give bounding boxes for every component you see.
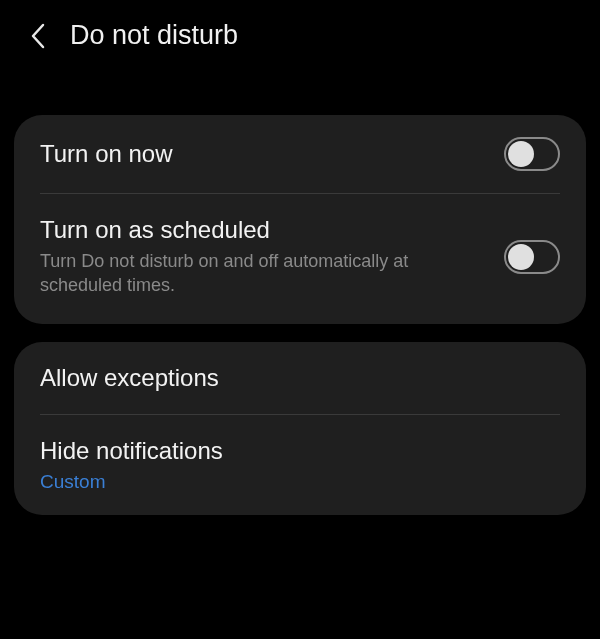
- toggle-knob: [508, 244, 534, 270]
- turn-on-now-toggle[interactable]: [504, 137, 560, 171]
- toggle-knob: [508, 141, 534, 167]
- scheduled-label: Turn on as scheduled: [40, 216, 488, 244]
- card-settings: Allow exceptions Hide notifications Cust…: [14, 342, 586, 515]
- row-turn-on-now[interactable]: Turn on now: [14, 115, 586, 193]
- header: Do not disturb: [0, 0, 600, 67]
- row-text: Turn on as scheduled Turn Do not disturb…: [40, 216, 488, 298]
- row-text: Turn on now: [40, 140, 488, 168]
- row-text: Allow exceptions: [40, 364, 560, 392]
- turn-on-now-label: Turn on now: [40, 140, 488, 168]
- row-text: Hide notifications Custom: [40, 437, 560, 493]
- content: Turn on now Turn on as scheduled Turn Do…: [0, 67, 600, 515]
- scheduled-desc: Turn Do not disturb on and off automatic…: [40, 249, 488, 298]
- scheduled-toggle[interactable]: [504, 240, 560, 274]
- hide-notifications-value: Custom: [40, 471, 560, 493]
- row-hide-notifications[interactable]: Hide notifications Custom: [14, 415, 586, 515]
- allow-exceptions-label: Allow exceptions: [40, 364, 560, 392]
- page-title: Do not disturb: [70, 20, 238, 51]
- hide-notifications-label: Hide notifications: [40, 437, 560, 465]
- row-allow-exceptions[interactable]: Allow exceptions: [14, 342, 586, 414]
- card-dnd-controls: Turn on now Turn on as scheduled Turn Do…: [14, 115, 586, 324]
- back-icon[interactable]: [24, 22, 52, 50]
- row-scheduled[interactable]: Turn on as scheduled Turn Do not disturb…: [14, 194, 586, 324]
